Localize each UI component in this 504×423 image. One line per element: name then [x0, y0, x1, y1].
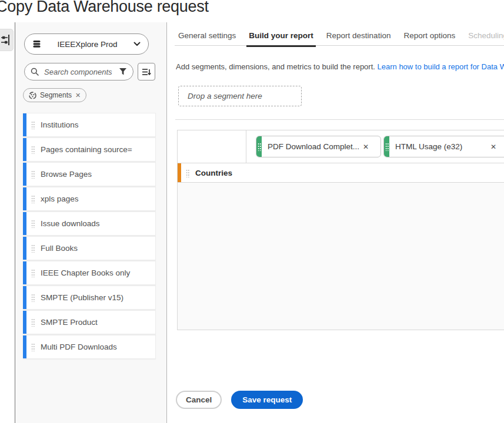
segment-icon — [29, 92, 36, 99]
footer-actions: Cancel Save request — [176, 391, 303, 409]
metric-chip-html-usage[interactable]: HTML Usage (e32) ✕ — [383, 136, 504, 157]
filter-funnel-icon[interactable] — [119, 68, 127, 76]
components-sidebar: IEEEXplore Prod — [15, 22, 166, 423]
drag-handle-icon[interactable] — [31, 145, 35, 154]
segment-color-edge — [23, 163, 26, 186]
dimension-row-countries[interactable]: Countries — [178, 163, 504, 183]
drag-handle-icon[interactable] — [31, 120, 35, 129]
remove-segments-filter-icon[interactable]: ✕ — [75, 92, 81, 99]
drag-handle-icon[interactable] — [31, 318, 35, 327]
tab-build-your-report[interactable]: Build your report — [246, 31, 316, 47]
segment-item[interactable]: Full Books — [23, 236, 156, 260]
search-icon — [31, 68, 39, 76]
remove-metric-icon[interactable]: ✕ — [363, 143, 369, 151]
segment-item[interactable]: Institutions — [23, 113, 156, 137]
report-suite-label: IEEEXplore Prod — [41, 40, 133, 49]
table-corner-cell — [178, 130, 246, 163]
learn-how-link[interactable]: Learn how to build a report for Data W — [378, 62, 504, 71]
drag-handle-icon[interactable] — [31, 343, 35, 351]
segment-item[interactable]: Pages containing source= — [23, 137, 156, 162]
metric-chip-label: PDF Download Complet... — [268, 142, 363, 151]
metric-color-edge — [256, 136, 262, 157]
table-body-placeholder — [178, 183, 504, 330]
segment-item[interactable]: IEEE Chapter Books only — [23, 261, 156, 285]
tab-report-destination[interactable]: Report destination — [324, 31, 393, 47]
tab-report-options[interactable]: Report options — [401, 31, 458, 47]
metric-chip-label: HTML Usage (e32) — [395, 142, 490, 151]
segment-color-edge — [23, 237, 26, 260]
drag-handle-icon[interactable] — [31, 170, 35, 179]
metrics-header-row: PDF Download Complet... ✕ HTML Usage (e3… — [178, 130, 504, 163]
dimension-row-label: Countries — [195, 169, 232, 177]
segment-item-label: Pages containing source= — [41, 145, 132, 154]
segment-color-edge — [23, 286, 26, 309]
drag-handle-icon[interactable] — [31, 293, 35, 302]
segment-item[interactable]: Multi PDF Downloads — [23, 335, 156, 359]
segment-color-edge — [23, 311, 26, 334]
drag-handle-icon[interactable] — [31, 194, 35, 203]
report-builder-table: PDF Download Complet... ✕ HTML Usage (e3… — [177, 130, 504, 330]
segment-dropzone-label: Drop a segment here — [188, 92, 262, 100]
segment-color-edge — [23, 261, 26, 284]
segment-color-edge — [23, 138, 26, 161]
chevron-down-icon — [133, 42, 141, 46]
drag-handle-icon[interactable] — [385, 142, 389, 151]
segment-item-label: SMPTE Product — [41, 318, 98, 327]
builder-description: Add segments, dimensions, and metrics to… — [176, 62, 504, 71]
copy-data-warehouse-request-page: Copy Data Warehouse request IEEEXplo — [0, 0, 504, 423]
metrics-drop-area[interactable]: PDF Download Complet... ✕ HTML Usage (e3… — [246, 130, 504, 163]
segments-filter-chip[interactable]: Segments ✕ — [23, 88, 86, 102]
components-rail-icon — [1, 34, 11, 46]
database-icon — [32, 40, 41, 48]
segment-item-label: Browse Pages — [41, 170, 92, 179]
sort-order-icon — [142, 68, 151, 76]
segment-item[interactable]: Issue downloads — [23, 212, 156, 236]
segment-item-label: IEEE Chapter Books only — [41, 268, 130, 277]
metric-chip-pdf-download[interactable]: PDF Download Complet... ✕ — [256, 136, 381, 157]
canvas-divider — [175, 119, 504, 120]
segment-item-label: Multi PDF Downloads — [41, 343, 117, 351]
segment-item-label: xpls pages — [41, 194, 79, 203]
search-input[interactable] — [43, 67, 119, 77]
report-suite-dropdown[interactable]: IEEEXplore Prod — [24, 33, 149, 55]
segment-item-label: Full Books — [41, 244, 78, 253]
tab-scheduling-options: Scheduling opti — [466, 31, 504, 47]
drag-handle-icon[interactable] — [31, 244, 35, 253]
remove-metric-icon[interactable]: ✕ — [490, 143, 496, 151]
segment-item[interactable]: SMPTE Product — [23, 310, 156, 334]
search-components-field[interactable] — [24, 63, 133, 80]
segment-item[interactable]: Browse Pages — [23, 162, 156, 186]
drag-handle-icon[interactable] — [258, 142, 261, 151]
segment-item[interactable]: xpls pages — [23, 187, 156, 211]
builder-description-text: Add segments, dimensions, and metrics to… — [176, 62, 378, 71]
segment-item[interactable]: SMPTE (Publisher v15) — [23, 286, 156, 310]
request-builder-main: General settings Build your report Repor… — [167, 0, 504, 423]
segment-color-edge — [23, 335, 26, 358]
sort-components-button[interactable] — [138, 63, 155, 80]
save-request-button[interactable]: Save request — [231, 391, 303, 409]
drag-handle-icon[interactable] — [186, 169, 189, 177]
segment-color-edge — [23, 113, 26, 136]
dimension-color-edge — [178, 163, 181, 182]
drag-handle-icon[interactable] — [31, 219, 35, 228]
segment-dropzone[interactable]: Drop a segment here — [178, 86, 302, 106]
metric-color-edge — [384, 136, 389, 157]
segment-item-label: Issue downloads — [41, 219, 100, 228]
segment-list: Institutions Pages containing source= Br… — [23, 113, 156, 360]
tab-general-settings[interactable]: General settings — [176, 31, 238, 47]
components-rail-toggle-button[interactable] — [0, 29, 14, 51]
segments-filter-chip-label: Segments — [40, 91, 72, 99]
cancel-button[interactable]: Cancel — [176, 391, 222, 409]
request-tabs: General settings Build your report Repor… — [176, 31, 504, 47]
drag-handle-icon[interactable] — [31, 268, 35, 277]
segment-item-label: SMPTE (Publisher v15) — [41, 293, 124, 302]
segment-color-edge — [23, 187, 26, 210]
segment-item-label: Institutions — [41, 120, 79, 129]
segment-color-edge — [23, 212, 26, 235]
